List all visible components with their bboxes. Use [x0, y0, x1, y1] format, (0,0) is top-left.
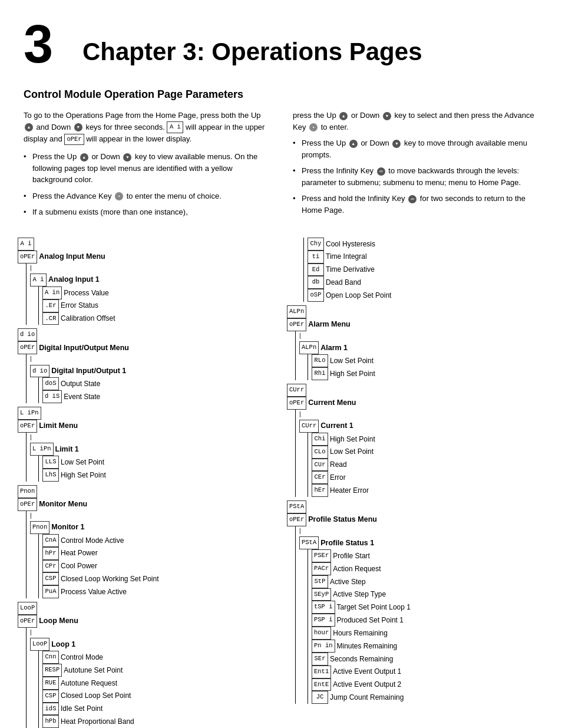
monitor-label: Monitor Menu — [39, 498, 87, 510]
lls-disp: LLS — [42, 456, 59, 469]
adv-key-icon-2 — [309, 123, 318, 131]
analog-oper-disp: oPEr — [18, 251, 37, 263]
down-key-icon-3 — [383, 112, 391, 120]
bullet-6: Press and hold the Infinity Key for two … — [293, 193, 538, 216]
ente-disp: EntE — [312, 678, 331, 691]
cool-power: CPr Cool Power — [42, 560, 275, 573]
alarm-1-disp: ALPn — [299, 341, 319, 354]
alarm-low-sp: RLo Low Set Point — [312, 354, 544, 367]
os-disp: doS — [42, 377, 59, 390]
rhi-label: High Set Point — [330, 368, 375, 380]
dio-oper-disp: oPEr — [18, 341, 37, 354]
ed-disp: Ed — [308, 263, 324, 276]
intro-paragraph: To go to the Operations Page from the Ho… — [24, 110, 269, 145]
alarm-top: ALPn — [287, 305, 544, 318]
bullet-5: Press the Infinity Key to move backwards… — [293, 165, 538, 188]
ent1-label: Active Event Output 1 — [333, 666, 401, 677]
loop-oper-disp: oPEr — [18, 615, 37, 628]
high-sp: LhS High Set Point — [42, 469, 275, 482]
ids-label: Idle Set Point — [61, 703, 103, 714]
down-key-icon-2 — [123, 153, 131, 162]
adv-key-icon — [115, 192, 123, 200]
low-sp: LLS Low Set Point — [42, 456, 275, 469]
ente-label: Active Event Output 2 — [333, 678, 401, 690]
menu-group-alarm: ALPn oPEr Alarm Menu | ALPn Alarm 1 RLo … — [287, 305, 544, 380]
jc-disp: JC — [312, 691, 328, 704]
csp2-label: Closed Loop Set Point — [61, 690, 131, 701]
dio-1-disp: d io — [30, 365, 49, 378]
limit-oper: oPEr Limit Menu — [18, 420, 275, 433]
hpb-label: Heat Proportional Band — [61, 716, 134, 727]
active-step: StP Active Step — [312, 575, 544, 588]
db-label: Dead Band — [326, 276, 361, 288]
loop-top: LooP — [18, 602, 275, 615]
mon-1-label: Monitor 1 — [51, 521, 84, 533]
rlo-disp: RLo — [312, 354, 328, 367]
disp-ai: A i — [167, 121, 183, 133]
hours-remaining: hour Hours Remaining — [312, 627, 544, 640]
es-label: Event State — [64, 391, 100, 403]
analog-1: A i Analog Input 1 — [30, 274, 275, 286]
pv-active: PuA Process Value Active — [42, 585, 275, 598]
pacr-disp: PACr — [312, 562, 331, 575]
tspi-label: Target Set Point Loop 1 — [337, 601, 411, 613]
disp-oper: oPEr — [64, 134, 84, 146]
target-sp-loop1: tSP i Target Set Point Loop 1 — [312, 601, 544, 614]
intro-bullets-right: Press the Up or Down key to move through… — [293, 137, 538, 216]
jc-label: Jump Count Remaining — [330, 691, 404, 703]
cpr-disp: CPr — [42, 560, 59, 573]
event-state: d iS Event State — [42, 390, 275, 403]
profile-label: Profile Status Menu — [308, 513, 377, 526]
current-top: CUrr — [287, 384, 544, 397]
hpr-disp: hPr — [42, 547, 59, 560]
pser-disp: PSEr — [312, 549, 331, 562]
limit-1: L iPn Limit 1 — [30, 443, 275, 456]
ti-label: Time Integral — [326, 251, 367, 262]
limit-oper-disp: oPEr — [18, 420, 37, 433]
current-oper-disp: oPEr — [287, 397, 306, 410]
menu-group-loop: LooP oPEr Loop Menu | LooP Loop 1 Cnn Co… — [18, 602, 275, 728]
mon-1-disp: Pnon — [30, 521, 49, 534]
analog-label: Analog Input Menu — [39, 251, 105, 263]
menu-group-analog: A i oPEr Analog Input Menu | A i Analog … — [18, 238, 275, 325]
curr-1-label: Current 1 — [320, 420, 353, 432]
menu-left: A i oPEr Analog Input Menu | A i Analog … — [18, 238, 275, 728]
alarm-label: Alarm Menu — [308, 318, 351, 331]
cal-disp: .CR — [42, 312, 59, 325]
current-oper: oPEr Current Menu — [287, 397, 544, 410]
up-key-icon-4 — [349, 140, 358, 148]
loop-oper: oPEr Loop Menu — [18, 615, 275, 628]
current-top-disp: CUrr — [287, 384, 306, 397]
chy-label: Cool Hysteresis — [326, 238, 375, 250]
dio-1: d io Digital Input/Output 1 — [30, 365, 275, 378]
minutes-remaining: Pn in Minutes Remaining — [312, 640, 544, 653]
profile-top: PStA — [287, 500, 544, 513]
analog-top-disp: A i — [18, 238, 34, 251]
prof-1-label: Profile Status 1 — [320, 537, 374, 549]
down-key-icon — [74, 123, 82, 131]
down-key-icon-4 — [392, 140, 401, 148]
inf-key-icon — [377, 167, 385, 176]
analog-oper: oPEr Analog Input Menu — [18, 251, 275, 263]
seyp-label: Active Step Type — [333, 588, 386, 600]
err-disp: .Er — [42, 299, 59, 312]
stp-label: Active Step — [330, 576, 366, 588]
error-status: .Er Error Status — [42, 299, 275, 312]
hpb-disp: hPb — [42, 715, 59, 728]
chapter-number: 3 — [24, 18, 71, 71]
bullet-2: Press the Advance Key to enter the menu … — [24, 190, 269, 202]
active-event-out2: EntE Active Event Output 2 — [312, 678, 544, 691]
tspi-disp: tSP i — [312, 601, 335, 614]
pspi-disp: PSP i — [312, 614, 335, 627]
stp-disp: StP — [312, 575, 328, 588]
curr-error: CEr Error — [312, 471, 544, 484]
lhs-disp: LhS — [42, 469, 59, 482]
profile-top-disp: PStA — [287, 500, 306, 513]
action-req: PACr Action Request — [312, 562, 544, 575]
her-label: Heater Error — [330, 485, 369, 496]
resp-disp: RESP — [42, 664, 62, 677]
heater-error: hEr Heater Error — [312, 484, 544, 497]
sec-disp: SEr — [312, 653, 328, 666]
up-key-icon-3 — [339, 112, 348, 120]
csp2-disp: CSP — [42, 690, 59, 703]
